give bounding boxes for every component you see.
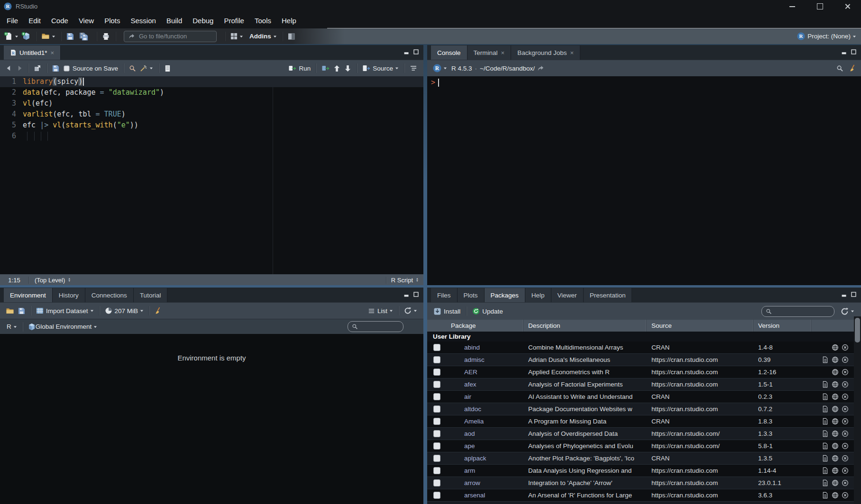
package-row-arm[interactable]: armData Analysis Using Regression andhtt…: [427, 465, 861, 477]
package-row-abind[interactable]: abindCombine Multidimensional ArraysCRAN…: [427, 342, 861, 354]
header-description[interactable]: Description: [523, 320, 647, 332]
package-checkbox[interactable]: [433, 479, 440, 486]
remove-package-icon[interactable]: [842, 405, 849, 413]
environment-scope-selector[interactable]: Global Environment: [26, 321, 100, 333]
document-outline-button[interactable]: [408, 62, 419, 74]
package-website-icon[interactable]: [832, 418, 839, 425]
package-name-link[interactable]: aplpack: [446, 455, 523, 462]
new-project-button[interactable]: [20, 30, 32, 43]
back-button[interactable]: [4, 62, 14, 74]
package-checkbox[interactable]: [433, 467, 440, 474]
remove-package-icon[interactable]: [842, 344, 849, 351]
package-checkbox[interactable]: [433, 356, 440, 363]
remove-package-icon[interactable]: [842, 381, 849, 388]
header-package[interactable]: Package: [446, 320, 523, 332]
remove-package-icon[interactable]: [842, 455, 849, 462]
package-website-icon[interactable]: [832, 455, 839, 462]
package-checkbox[interactable]: [433, 369, 440, 376]
package-checkbox[interactable]: [433, 393, 440, 400]
new-file-button[interactable]: [3, 30, 20, 43]
code-line-3[interactable]: 3vl(efc): [0, 98, 423, 109]
tab-presentation[interactable]: Presentation: [584, 288, 632, 302]
package-name-link[interactable]: altdoc: [446, 405, 523, 413]
minimize-pane-icon[interactable]: [841, 291, 847, 297]
save-workspace-button[interactable]: [16, 305, 27, 317]
package-row-amelia[interactable]: AmeliaA Program for Missing DataCRAN1.8.…: [427, 415, 861, 428]
package-checkbox[interactable]: [433, 418, 440, 425]
goto-file-function-box[interactable]: [124, 31, 217, 42]
package-website-icon[interactable]: [832, 381, 839, 388]
close-tab-icon[interactable]: [570, 50, 574, 56]
manual-doc-icon[interactable]: [822, 356, 829, 363]
clear-environment-button[interactable]: [153, 305, 164, 317]
package-row-admisc[interactable]: admiscAdrian Dusa's Miscellaneoushttps:/…: [427, 354, 861, 366]
minimize-pane-icon[interactable]: [403, 49, 410, 55]
package-row-asioheaders[interactable]: AsioHeaders'Asio' C++ Header FilesCRAN1.…: [427, 502, 861, 504]
source-on-save-checkbox[interactable]: Source on Save: [61, 62, 120, 74]
menu-code[interactable]: Code: [46, 13, 73, 28]
refresh-packages-button[interactable]: [841, 307, 854, 315]
package-row-arsenal[interactable]: arsenalAn Arsenal of 'R' Functions for L…: [427, 489, 861, 502]
manual-doc-icon[interactable]: [822, 430, 829, 437]
refresh-environment-button[interactable]: [402, 305, 419, 317]
package-website-icon[interactable]: [832, 467, 839, 474]
remove-package-icon[interactable]: [842, 430, 849, 437]
console-body[interactable]: >: [427, 76, 861, 285]
package-website-icon[interactable]: [832, 405, 839, 413]
pane-layout-button[interactable]: [286, 30, 297, 43]
package-website-icon[interactable]: [832, 442, 839, 450]
code-tools-button[interactable]: [138, 62, 155, 74]
menu-profile[interactable]: Profile: [219, 13, 249, 28]
package-name-link[interactable]: arm: [446, 467, 523, 474]
package-name-link[interactable]: arrow: [446, 479, 523, 486]
save-button[interactable]: [64, 30, 76, 43]
install-button[interactable]: Install: [431, 307, 463, 315]
close-tab-icon[interactable]: [501, 50, 505, 56]
manual-doc-icon[interactable]: [822, 455, 829, 462]
close-tab-icon[interactable]: [51, 50, 55, 56]
package-row-aer[interactable]: AERApplied Econometrics with Rhttps://cr…: [427, 366, 861, 378]
package-website-icon[interactable]: [832, 344, 839, 351]
environment-search-box[interactable]: [348, 321, 403, 332]
header-source[interactable]: Source: [647, 320, 753, 332]
manual-doc-icon[interactable]: [822, 492, 829, 499]
package-name-link[interactable]: admisc: [446, 356, 523, 363]
save-all-button[interactable]: [76, 30, 93, 43]
remove-package-icon[interactable]: [842, 418, 849, 425]
menu-tools[interactable]: Tools: [249, 13, 276, 28]
package-name-link[interactable]: ape: [446, 442, 523, 450]
menu-help[interactable]: Help: [276, 13, 302, 28]
window-minimize-button[interactable]: [779, 0, 806, 13]
memory-usage-button[interactable]: 207 MiB: [103, 305, 146, 317]
remove-package-icon[interactable]: [842, 442, 849, 450]
package-checkbox[interactable]: [433, 492, 440, 499]
maximize-pane-icon[interactable]: [413, 49, 419, 55]
tab-tutorial[interactable]: Tutorial: [134, 288, 168, 302]
code-line-5[interactable]: 5efc |> vl(starts_with("e")): [0, 120, 423, 131]
package-name-link[interactable]: aod: [446, 430, 523, 437]
package-name-link[interactable]: arsenal: [446, 492, 523, 499]
manual-doc-icon[interactable]: [822, 393, 829, 400]
tab-environment[interactable]: Environment: [4, 288, 53, 302]
tab-viewer[interactable]: Viewer: [551, 288, 584, 302]
packages-scrollbar[interactable]: [854, 316, 861, 504]
code-editor[interactable]: 1library(spicy)2data(efc, package = "dat…: [0, 76, 423, 274]
maximize-pane-icon[interactable]: [851, 49, 857, 55]
remove-package-icon[interactable]: [842, 369, 849, 376]
tab-help[interactable]: Help: [525, 288, 551, 302]
tab-plots[interactable]: Plots: [458, 288, 485, 302]
package-row-ape[interactable]: apeAnalyses of Phylogenetics and Evoluht…: [427, 440, 861, 452]
window-maximize-button[interactable]: [806, 0, 834, 13]
tab-packages[interactable]: Packages: [485, 288, 525, 302]
package-row-afex[interactable]: afexAnalysis of Factorial Experimentshtt…: [427, 378, 861, 391]
manual-doc-icon[interactable]: [822, 418, 829, 425]
forward-button[interactable]: [14, 62, 25, 74]
package-website-icon[interactable]: [832, 479, 839, 486]
code-line-4[interactable]: 4varlist(efc, tbl = TRUE): [0, 109, 423, 120]
menu-session[interactable]: Session: [126, 13, 161, 28]
load-workspace-button[interactable]: [4, 305, 16, 317]
tab-history[interactable]: History: [53, 288, 85, 302]
package-name-link[interactable]: afex: [446, 381, 523, 388]
remove-package-icon[interactable]: [842, 467, 849, 474]
manual-doc-icon[interactable]: [822, 479, 829, 486]
